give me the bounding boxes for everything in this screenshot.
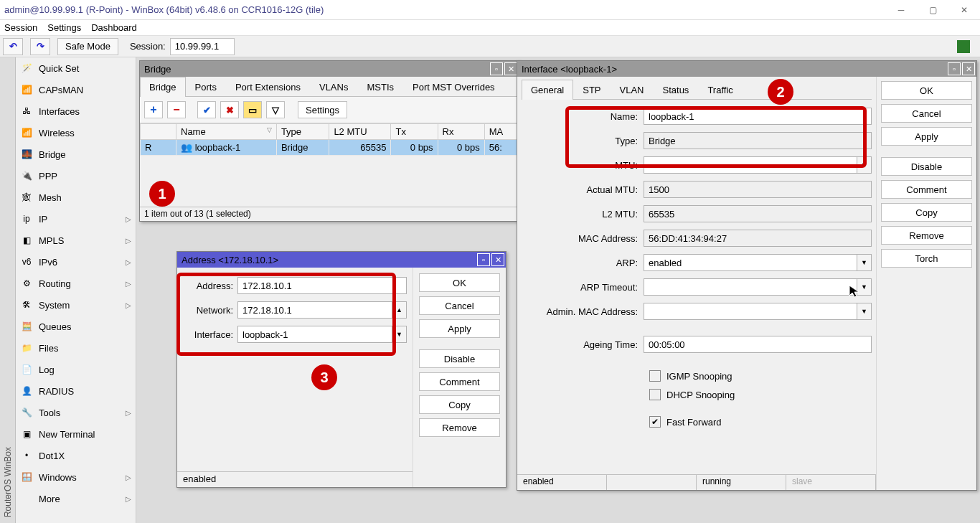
interface-titlebar[interactable]: Interface <loopback-1> ▫ ✕ bbox=[517, 61, 976, 77]
checkbox-igmp[interactable] bbox=[649, 370, 661, 382]
bridge-settings-button[interactable]: Settings bbox=[298, 101, 347, 118]
sidebar-item-mesh[interactable]: 🕸Mesh bbox=[16, 187, 136, 208]
sidebar-item-dot1x[interactable]: •Dot1X bbox=[16, 445, 136, 466]
disable-button[interactable]: Disable bbox=[881, 157, 972, 176]
label-interface: Interface: bbox=[183, 329, 237, 340]
app-titlebar: admin@10.99.99.1 (R-Point) - WinBox (64b… bbox=[0, 0, 980, 20]
sidebar-item-ip[interactable]: ipIP▷ bbox=[16, 208, 136, 230]
tab-vlan[interactable]: VLAN bbox=[611, 80, 654, 100]
add-button[interactable]: + bbox=[144, 101, 163, 118]
field-address[interactable]: 172.18.10.1 bbox=[237, 277, 407, 294]
cancel-button[interactable]: Cancel bbox=[881, 104, 972, 123]
menu-settings[interactable]: Settings bbox=[47, 22, 81, 33]
comment-button[interactable]: Comment bbox=[881, 180, 972, 199]
tab-status[interactable]: Status bbox=[654, 80, 699, 100]
dd-interface[interactable]: ▼ bbox=[392, 326, 407, 343]
close-button[interactable]: ✕ bbox=[948, 0, 980, 20]
dd-arp[interactable]: ▼ bbox=[857, 254, 872, 271]
address-restore-icon[interactable]: ▫ bbox=[477, 253, 490, 266]
menu-dashboard[interactable]: Dashboard bbox=[91, 22, 137, 33]
tab-ports[interactable]: Ports bbox=[186, 77, 226, 97]
field-name[interactable]: loopback-1 bbox=[644, 108, 872, 125]
ok-button[interactable]: OK bbox=[419, 273, 500, 292]
tab-vlans[interactable]: VLANs bbox=[310, 77, 357, 97]
remove-button[interactable]: Remove bbox=[881, 226, 972, 245]
tab-mstis[interactable]: MSTIs bbox=[357, 77, 403, 97]
interface-restore-icon[interactable]: ▫ bbox=[948, 62, 961, 75]
sidebar-item-system[interactable]: 🛠System▷ bbox=[16, 294, 136, 316]
col-rx[interactable]: Rx bbox=[438, 124, 484, 140]
bridge-restore-icon[interactable]: ▫ bbox=[490, 62, 503, 75]
col-tx[interactable]: Tx bbox=[391, 124, 438, 140]
dd-arp-timeout[interactable]: ▼ bbox=[857, 278, 872, 296]
copy-button[interactable]: Copy bbox=[419, 395, 500, 414]
interface-close-icon[interactable]: ✕ bbox=[962, 62, 975, 75]
tab-bridge[interactable]: Bridge bbox=[140, 77, 186, 97]
sidebar-item-queues[interactable]: 🧮Queues bbox=[16, 316, 136, 337]
tab-port-mst-overrides[interactable]: Port MST Overrides bbox=[403, 77, 504, 97]
menu-session[interactable]: Session bbox=[4, 22, 37, 33]
sidebar-item-more[interactable]: More▷ bbox=[16, 488, 136, 509]
checkbox-fast-forward[interactable]: ✔ bbox=[649, 416, 661, 428]
sidebar-item-files[interactable]: 📁Files bbox=[16, 337, 136, 359]
sidebar-item-new-terminal[interactable]: ▣New Terminal bbox=[16, 423, 136, 445]
field-arp[interactable]: enabled bbox=[644, 254, 857, 271]
sidebar-item-radius[interactable]: 👤RADIUS bbox=[16, 380, 136, 402]
cancel-button[interactable]: Cancel bbox=[419, 296, 500, 315]
sidebar-item-ipv6[interactable]: v6IPv6▷ bbox=[16, 251, 136, 273]
tab-stp[interactable]: STP bbox=[573, 80, 610, 100]
comment-button[interactable]: ▭ bbox=[243, 101, 262, 118]
sidebar-item-tools[interactable]: 🔧Tools▷ bbox=[16, 402, 136, 423]
enable-button[interactable]: ✔ bbox=[197, 101, 216, 118]
session-input[interactable] bbox=[170, 38, 235, 55]
field-admin-mac[interactable] bbox=[644, 303, 857, 320]
col-name[interactable]: Name▽ bbox=[176, 124, 277, 140]
tab-port-extensions[interactable]: Port Extensions bbox=[226, 77, 310, 97]
remove-button[interactable]: − bbox=[167, 101, 186, 118]
tab-traffic[interactable]: Traffic bbox=[698, 80, 742, 100]
redo-button[interactable]: ↷ bbox=[30, 38, 50, 55]
sidebar-item-routing[interactable]: ⚙Routing▷ bbox=[16, 273, 136, 294]
disable-button[interactable]: Disable bbox=[419, 349, 500, 368]
disable-button[interactable]: ✖ bbox=[220, 101, 239, 118]
table-row[interactable]: R 👥 loopback-1 Bridge 65535 0 bps 0 bps … bbox=[141, 140, 519, 156]
sidebar-item-capsman[interactable]: 📶CAPsMAN bbox=[16, 79, 136, 100]
checkbox-dhcp[interactable] bbox=[649, 389, 661, 400]
sidebar-item-windows[interactable]: 🪟Windows▷ bbox=[16, 466, 136, 488]
sidebar-item-mpls[interactable]: ◧MPLS▷ bbox=[16, 230, 136, 251]
dd-mtu[interactable]: ▼ bbox=[857, 156, 872, 174]
sidebar-item-ppp[interactable]: 🔌PPP bbox=[16, 165, 136, 187]
undo-button[interactable]: ↶ bbox=[3, 38, 23, 55]
col-type[interactable]: Type bbox=[276, 124, 329, 140]
dd-network[interactable]: ▲ bbox=[392, 301, 407, 319]
sidebar-item-bridge[interactable]: 🌉Bridge bbox=[16, 143, 136, 165]
maximize-button[interactable]: ▢ bbox=[917, 0, 948, 20]
sidebar-item-quick-set[interactable]: 🪄Quick Set bbox=[16, 57, 136, 79]
comment-button[interactable]: Comment bbox=[419, 372, 500, 391]
ok-button[interactable]: OK bbox=[881, 81, 972, 100]
apply-button[interactable]: Apply bbox=[419, 319, 500, 338]
bridge-close-icon[interactable]: ✕ bbox=[504, 62, 517, 75]
filter-button[interactable]: ▽ bbox=[266, 101, 285, 118]
sidebar-item-wireless[interactable]: 📶Wireless bbox=[16, 122, 136, 143]
tab-general[interactable]: General bbox=[522, 80, 573, 100]
col-l2mtu[interactable]: L2 MTU bbox=[329, 124, 391, 140]
field-ageing[interactable]: 00:05:00 bbox=[644, 336, 872, 353]
field-arp-timeout[interactable] bbox=[644, 278, 857, 296]
field-mtu[interactable] bbox=[644, 156, 857, 174]
address-close-icon[interactable]: ✕ bbox=[491, 253, 504, 266]
field-interface[interactable]: loopback-1 bbox=[237, 326, 392, 343]
remove-button[interactable]: Remove bbox=[419, 418, 500, 437]
apply-button[interactable]: Apply bbox=[881, 127, 972, 146]
dd-admin-mac[interactable]: ▼ bbox=[857, 303, 872, 320]
address-titlebar[interactable]: Address <172.18.10.1> ▫ ✕ bbox=[177, 252, 506, 268]
minimize-button[interactable]: ─ bbox=[885, 0, 917, 20]
safe-mode-button[interactable]: Safe Mode bbox=[57, 38, 118, 55]
copy-button[interactable]: Copy bbox=[881, 203, 972, 222]
sidebar-item-log[interactable]: 📄Log bbox=[16, 359, 136, 380]
col-mac[interactable]: MA bbox=[484, 124, 518, 140]
field-network[interactable]: 172.18.10.1 bbox=[237, 301, 392, 319]
bridge-titlebar[interactable]: Bridge ▫ ✕ bbox=[140, 61, 519, 77]
sidebar-item-interfaces[interactable]: 🖧Interfaces bbox=[16, 100, 136, 122]
torch-button[interactable]: Torch bbox=[881, 249, 972, 268]
